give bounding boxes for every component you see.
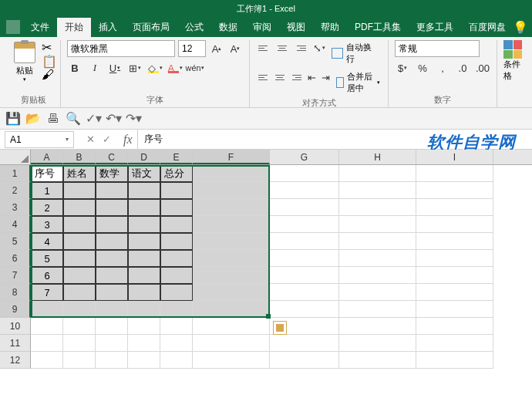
cell-B3[interactable]	[63, 199, 96, 216]
align-left-icon[interactable]	[256, 69, 270, 85]
increase-indent-icon[interactable]: ⇥	[321, 69, 332, 85]
cell-I8[interactable]	[416, 284, 493, 301]
align-right-icon[interactable]	[290, 69, 304, 85]
cell-C12[interactable]	[96, 352, 128, 369]
cell-I9[interactable]	[416, 301, 493, 318]
cell-B4[interactable]	[63, 216, 96, 233]
cell-I1[interactable]	[416, 165, 493, 182]
cell-F9[interactable]	[193, 301, 270, 318]
bulb-icon[interactable]: 💡	[513, 20, 527, 34]
cell-B10[interactable]	[63, 318, 96, 335]
decrease-decimal-icon[interactable]: .00	[475, 60, 490, 76]
cell-G4[interactable]	[270, 216, 339, 233]
row-header-5[interactable]: 5	[0, 233, 31, 250]
cell-D10[interactable]	[128, 318, 160, 335]
cell-G6[interactable]	[270, 250, 339, 267]
number-format-select[interactable]	[395, 40, 480, 57]
tab-more[interactable]: 更多工具	[409, 18, 461, 37]
row-header-7[interactable]: 7	[0, 267, 31, 284]
align-middle-icon[interactable]	[274, 40, 290, 56]
cell-H5[interactable]	[339, 233, 416, 250]
cell-B9[interactable]	[63, 301, 96, 318]
cell-C5[interactable]	[96, 233, 128, 250]
col-header-A[interactable]: A	[31, 150, 63, 164]
cell-C1[interactable]: 数学	[96, 165, 128, 182]
tab-review[interactable]: 审阅	[245, 18, 279, 37]
cell-F2[interactable]	[193, 182, 270, 199]
cell-E12[interactable]	[160, 352, 193, 369]
orientation-icon[interactable]: ⤡	[311, 40, 327, 56]
cell-A1[interactable]: 序号	[31, 165, 63, 182]
preview-icon[interactable]: 🔍	[66, 112, 80, 126]
cell-A5[interactable]: 4	[31, 233, 63, 250]
cell-D7[interactable]	[128, 267, 160, 284]
tab-view[interactable]: 视图	[279, 18, 313, 37]
cell-A4[interactable]: 3	[31, 216, 63, 233]
cut-icon[interactable]: ✂	[42, 40, 54, 52]
cell-D3[interactable]	[128, 199, 160, 216]
cell-C3[interactable]	[96, 199, 128, 216]
cell-A10[interactable]	[31, 318, 63, 335]
cell-I5[interactable]	[416, 233, 493, 250]
cell-A12[interactable]	[31, 352, 63, 369]
cell-F3[interactable]	[193, 199, 270, 216]
row-header-4[interactable]: 4	[0, 216, 31, 233]
decrease-indent-icon[interactable]: ⇤	[307, 69, 318, 85]
cell-I11[interactable]	[416, 335, 493, 352]
cell-F11[interactable]	[193, 335, 270, 352]
row-header-3[interactable]: 3	[0, 199, 31, 216]
font-name-select[interactable]	[67, 40, 175, 57]
cell-A11[interactable]	[31, 335, 63, 352]
cell-D5[interactable]	[128, 233, 160, 250]
col-header-D[interactable]: D	[128, 150, 160, 164]
cell-E1[interactable]: 总分	[160, 165, 193, 182]
cell-H7[interactable]	[339, 267, 416, 284]
cell-H1[interactable]	[339, 165, 416, 182]
align-top-icon[interactable]	[256, 40, 271, 56]
cell-H12[interactable]	[339, 352, 416, 369]
comma-icon[interactable]: ,	[435, 60, 450, 76]
cell-D6[interactable]	[128, 250, 160, 267]
cell-H11[interactable]	[339, 335, 416, 352]
cell-C6[interactable]	[96, 250, 128, 267]
cell-H2[interactable]	[339, 182, 416, 199]
cell-D12[interactable]	[128, 352, 160, 369]
cell-H6[interactable]	[339, 250, 416, 267]
cell-A7[interactable]: 6	[31, 267, 63, 284]
tab-baidu[interactable]: 百度网盘	[461, 18, 513, 37]
cell-C4[interactable]	[96, 216, 128, 233]
tab-file[interactable]: 文件	[23, 18, 57, 37]
tab-layout[interactable]: 页面布局	[125, 18, 177, 37]
open-icon[interactable]: 📂	[26, 112, 40, 126]
smart-tag-icon[interactable]	[273, 321, 287, 335]
cell-I7[interactable]	[416, 267, 493, 284]
cell-B6[interactable]	[63, 250, 96, 267]
name-box[interactable]: A1	[5, 131, 74, 148]
redo-icon[interactable]: ↷▾	[126, 112, 140, 126]
cell-H8[interactable]	[339, 284, 416, 301]
cell-A8[interactable]: 7	[31, 284, 63, 301]
cell-G5[interactable]	[270, 233, 339, 250]
cell-A3[interactable]: 2	[31, 199, 63, 216]
currency-icon[interactable]: $	[395, 60, 410, 76]
bold-button[interactable]: B	[67, 60, 82, 76]
format-painter-icon[interactable]: 🖌	[42, 68, 54, 80]
undo-icon[interactable]: ↶▾	[106, 112, 120, 126]
cell-C2[interactable]	[96, 182, 128, 199]
row-header-10[interactable]: 10	[0, 318, 31, 335]
tab-data[interactable]: 数据	[211, 18, 245, 37]
cell-E11[interactable]	[160, 335, 193, 352]
cell-D8[interactable]	[128, 284, 160, 301]
copy-icon[interactable]: 📋	[42, 54, 54, 66]
cell-G9[interactable]	[270, 301, 339, 318]
cell-C7[interactable]	[96, 267, 128, 284]
increase-font-icon[interactable]: A▴	[209, 41, 224, 56]
cell-B5[interactable]	[63, 233, 96, 250]
cell-I3[interactable]	[416, 199, 493, 216]
cell-G3[interactable]	[270, 199, 339, 216]
col-header-B[interactable]: B	[63, 150, 96, 164]
row-header-12[interactable]: 12	[0, 352, 31, 369]
tab-pdf[interactable]: PDF工具集	[347, 18, 409, 37]
row-header-9[interactable]: 9	[0, 301, 31, 318]
cell-A9[interactable]	[31, 301, 63, 318]
